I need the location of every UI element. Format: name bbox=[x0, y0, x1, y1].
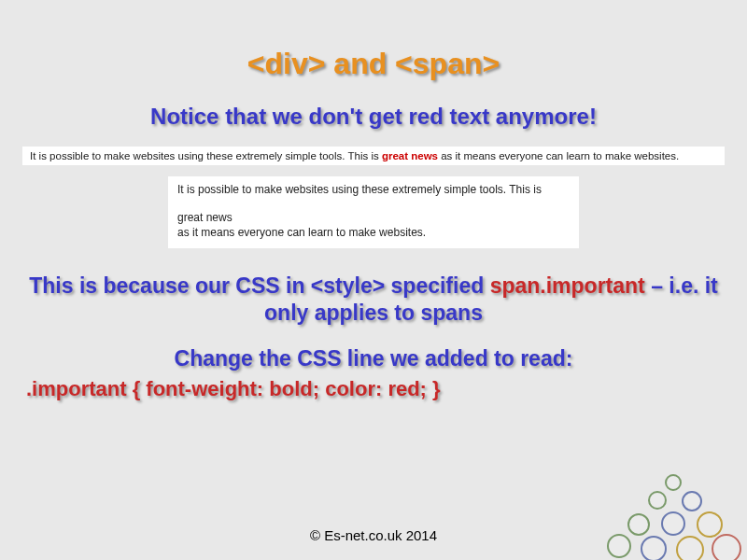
explanation-paragraph: This is because our CSS in <style> speci… bbox=[19, 273, 728, 329]
example-inline-span: It is possible to make websites using th… bbox=[22, 147, 725, 165]
example1-before: It is possible to make websites using th… bbox=[30, 150, 382, 161]
logo-icon bbox=[599, 470, 730, 554]
para1-part1: This is because our CSS in <style> speci… bbox=[29, 273, 489, 298]
example1-highlight: great news bbox=[382, 150, 438, 161]
example1-after: as it means everyone can learn to make w… bbox=[438, 150, 679, 161]
instruction-paragraph: Change the CSS line we added to read: bbox=[19, 346, 728, 371]
slide-title: <div> and <span> bbox=[19, 47, 728, 81]
example2-line3: as it means everyone can learn to make w… bbox=[177, 225, 570, 240]
para1-highlight: span.important bbox=[490, 273, 645, 298]
example2-line2: great news bbox=[177, 210, 570, 225]
example2-line1: It is possible to make websites using th… bbox=[177, 182, 570, 197]
css-code-line: .important { font-weight: bold; color: r… bbox=[19, 377, 728, 401]
slide-subtitle: Notice that we don't get red text anymor… bbox=[19, 104, 728, 130]
example-block-div: It is possible to make websites using th… bbox=[168, 176, 579, 248]
